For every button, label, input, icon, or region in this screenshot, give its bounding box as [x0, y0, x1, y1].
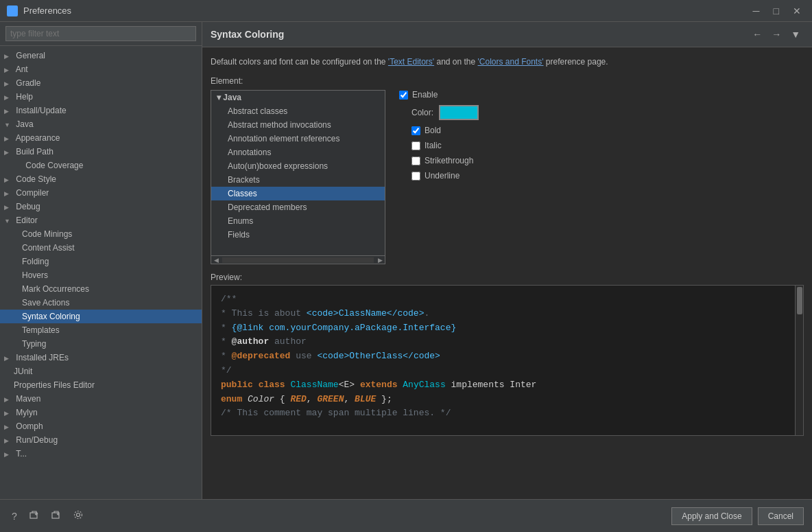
sidebar-item-general[interactable]: ▶ General — [0, 49, 202, 62]
filter-input[interactable] — [5, 26, 196, 41]
arrow-icon: ▼ — [4, 218, 12, 224]
close-button[interactable]: ✕ — [789, 4, 805, 18]
sidebar-item-install-update[interactable]: ▶ Install/Update — [0, 104, 202, 117]
settings-button[interactable] — [70, 508, 86, 524]
sidebar-item-java[interactable]: ▼ Java — [0, 117, 202, 131]
content-panel: Syntax Coloring ← → ▼ Default colors and… — [202, 22, 812, 499]
element-item-abstract-method[interactable]: Abstract method invocations — [211, 118, 385, 132]
scroll-right-btn[interactable]: ▶ — [375, 257, 385, 264]
enable-label[interactable]: Enable — [412, 90, 438, 100]
apply-close-button[interactable]: Apply and Close — [671, 507, 752, 525]
sidebar-item-java-editor[interactable]: ▼ Editor — [0, 213, 202, 227]
sidebar-item-content-assist[interactable]: Content Assist — [0, 241, 202, 255]
italic-checkbox[interactable] — [411, 141, 420, 150]
sidebar-item-mark-occurrences[interactable]: Mark Occurrences — [0, 282, 202, 296]
title-bar: Preferences ─ □ ✕ — [0, 0, 812, 22]
sidebar-item-java-buildpath[interactable]: ▶ Build Path — [0, 145, 202, 159]
preview-line-7: public class ClassName<E> extends AnyCla… — [221, 378, 793, 393]
element-item-annotation-element[interactable]: Annotation element references — [211, 132, 385, 146]
colors-fonts-link[interactable]: 'Colors and Fonts' — [478, 57, 544, 67]
strikethrough-label[interactable]: Strikethrough — [425, 156, 473, 165]
sidebar-item-junit[interactable]: JUnit — [0, 365, 202, 378]
sidebar-item-ant[interactable]: ▶ Ant — [0, 62, 202, 76]
arrow-icon: ▶ — [4, 80, 12, 87]
arrow-icon: ▶ — [4, 108, 12, 115]
underline-label[interactable]: Underline — [425, 171, 459, 181]
nav-down-button[interactable]: ▼ — [787, 27, 804, 41]
sidebar-item-installed-jres[interactable]: ▶ Installed JREs — [0, 351, 202, 365]
arrow-icon: ▶ — [4, 410, 12, 417]
bold-checkbox[interactable] — [411, 126, 420, 135]
arrow-icon: ▶ — [4, 190, 12, 197]
sidebar-item-help[interactable]: ▶ Help — [0, 90, 202, 104]
content-header: Syntax Coloring ← → ▼ — [202, 22, 812, 47]
preview-line-5: * @deprecated use <code>OtherClass</code… — [221, 349, 793, 364]
sidebar-item-java-codecoverage[interactable]: Code Coverage — [0, 159, 202, 172]
element-item-enums[interactable]: Enums — [211, 214, 385, 228]
forward-button[interactable]: → — [768, 27, 785, 41]
italic-label[interactable]: Italic — [425, 141, 442, 150]
bottom-left-icons: ? — [8, 508, 86, 524]
help-button[interactable]: ? — [8, 509, 21, 524]
sidebar-item-java-codestyle[interactable]: ▶ Code Style — [0, 172, 202, 186]
sidebar-item-gradle[interactable]: ▶ Gradle — [0, 76, 202, 90]
maximize-button[interactable]: □ — [769, 4, 783, 18]
sidebar-item-syntax-coloring[interactable]: Syntax Coloring — [0, 310, 202, 323]
preview-scrollbar[interactable] — [795, 286, 803, 435]
scroll-left-btn[interactable]: ◀ — [211, 257, 221, 264]
sidebar-item-save-actions[interactable]: Save Actions — [0, 296, 202, 310]
desc-part2: and on the — [436, 57, 477, 67]
element-item-brackets[interactable]: Brackets — [211, 173, 385, 187]
content-body: Default colors and font can be configure… — [202, 47, 812, 499]
svg-point-4 — [74, 511, 82, 519]
element-item-deprecated[interactable]: Deprecated members — [211, 200, 385, 214]
page-title: Syntax Coloring — [211, 29, 284, 40]
element-label: Element: — [211, 76, 804, 86]
sidebar-item-oomph[interactable]: ▶ Oomph — [0, 419, 202, 433]
bottom-bar: ? Apply and Close Cancel — [0, 499, 812, 532]
preview-line-9: /* This comment may span multiple lines.… — [221, 406, 793, 421]
sidebar-item-typing[interactable]: Typing — [0, 337, 202, 351]
sidebar-item-templates[interactable]: Templates — [0, 323, 202, 337]
element-item-fields[interactable]: Fields — [211, 228, 385, 242]
sidebar-item-java-compiler[interactable]: ▶ Compiler — [0, 186, 202, 200]
cancel-button[interactable]: Cancel — [758, 507, 804, 525]
text-editors-link[interactable]: 'Text Editors' — [388, 57, 434, 67]
element-item-java[interactable]: ▾ Java — [211, 91, 385, 104]
element-h-scrollbar[interactable]: ◀ ▶ — [211, 255, 385, 264]
bold-row: Bold — [399, 126, 804, 135]
element-item-annotations[interactable]: Annotations — [211, 146, 385, 159]
sidebar-item-java-appearance[interactable]: ▶ Appearance — [0, 131, 202, 145]
export-button[interactable] — [26, 508, 43, 524]
element-list-container: ▾ Java Abstract classes Abstract method … — [211, 90, 385, 264]
element-list[interactable]: ▾ Java Abstract classes Abstract method … — [211, 91, 385, 255]
sidebar-item-properties-editor[interactable]: Properties Files Editor — [0, 378, 202, 392]
back-button[interactable]: ← — [749, 27, 765, 41]
color-swatch[interactable] — [439, 105, 479, 120]
sidebar-tree: ▶ General ▶ Ant ▶ Gradle ▶ Help ▶ Instal… — [0, 46, 202, 499]
bold-label[interactable]: Bold — [425, 126, 441, 135]
element-item-abstract-classes[interactable]: Abstract classes — [211, 104, 385, 118]
sidebar-item-mylyn[interactable]: ▶ Mylyn — [0, 406, 202, 419]
sidebar-item-team[interactable]: ▶ T... — [0, 447, 202, 461]
arrow-icon: ▼ — [4, 122, 12, 128]
underline-checkbox[interactable] — [411, 172, 420, 181]
sidebar-item-maven[interactable]: ▶ Maven — [0, 392, 202, 406]
element-item-autounboxed[interactable]: Auto(un)boxed expressions — [211, 159, 385, 173]
sidebar-item-hovers[interactable]: Hovers — [0, 268, 202, 282]
sidebar-item-java-debug[interactable]: ▶ Debug — [0, 200, 202, 213]
arrow-icon: ▶ — [4, 424, 12, 430]
minimize-button[interactable]: ─ — [749, 4, 764, 18]
import-button[interactable] — [48, 508, 64, 524]
preview-line-6: */ — [221, 364, 793, 378]
sidebar-item-run-debug[interactable]: ▶ Run/Debug — [0, 433, 202, 447]
element-panel: ▾ Java Abstract classes Abstract method … — [211, 90, 804, 264]
sidebar-item-code-minings[interactable]: Code Minings — [0, 227, 202, 241]
sidebar-item-folding[interactable]: Folding — [0, 255, 202, 268]
element-item-classes[interactable]: Classes — [211, 187, 385, 200]
preview-scroll-thumb — [797, 287, 802, 314]
arrow-icon: ▶ — [4, 53, 12, 60]
strikethrough-checkbox[interactable] — [411, 157, 420, 165]
arrow-icon: ▶ — [4, 396, 12, 403]
enable-checkbox[interactable] — [399, 91, 408, 100]
